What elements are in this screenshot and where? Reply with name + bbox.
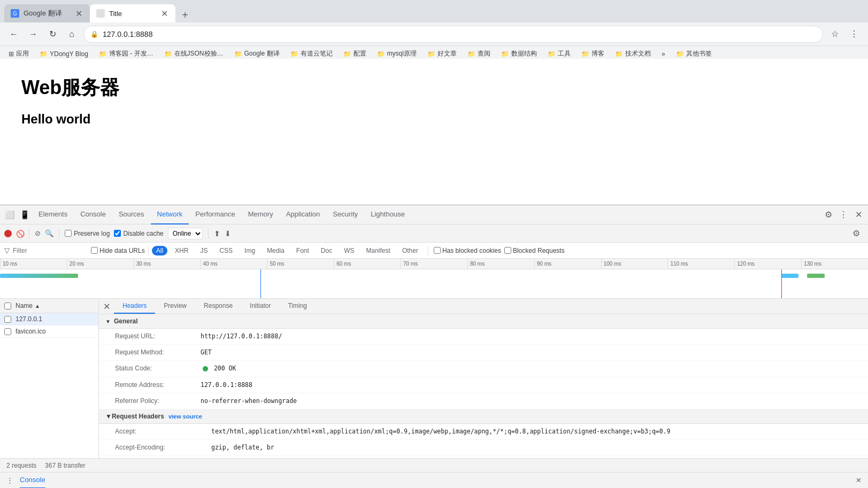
devtools-more-icon[interactable]: ⋮ bbox=[836, 207, 851, 222]
bookmark-ds[interactable]: 📁数据结构 bbox=[499, 48, 539, 59]
upload-icon[interactable]: ⬆ bbox=[214, 229, 220, 238]
filter-tag-css[interactable]: CSS bbox=[215, 246, 237, 255]
bookmark-apps[interactable]: ⊞应用 bbox=[6, 48, 31, 59]
tab-elements[interactable]: Elements bbox=[32, 205, 74, 224]
folder-icon-5: 📁 bbox=[290, 50, 298, 58]
address-bar[interactable]: 🔒 127.0.0.1:8888 bbox=[83, 26, 823, 43]
remote-address-row: Remote Address: 127.0.0.1:8888 bbox=[99, 377, 868, 393]
blocked-cookies-checkbox[interactable] bbox=[434, 247, 441, 254]
preserve-log-checkbox-label[interactable]: Preserve log bbox=[65, 230, 110, 237]
disable-cache-checkbox[interactable] bbox=[114, 230, 121, 237]
tab-console[interactable]: Console bbox=[74, 205, 112, 224]
file-item-127[interactable]: 127.0.0.1 bbox=[0, 313, 98, 326]
detail-tab-preview[interactable]: Preview bbox=[155, 299, 195, 314]
detail-tab-response[interactable]: Response bbox=[195, 299, 241, 314]
back-button[interactable]: ← bbox=[6, 27, 21, 42]
file-list-select-all[interactable] bbox=[4, 303, 11, 309]
hide-data-urls-checkbox-label[interactable]: Hide data URLs bbox=[91, 247, 145, 254]
file-name-127: 127.0.0.1 bbox=[16, 315, 42, 323]
tab-performance[interactable]: Performance bbox=[189, 205, 241, 224]
tab-network[interactable]: Network bbox=[151, 205, 189, 224]
clear-button[interactable]: 🚫 bbox=[16, 230, 24, 237]
filter-input[interactable] bbox=[13, 247, 88, 254]
general-section-header[interactable]: ▼ General bbox=[99, 314, 868, 329]
filter-tag-other[interactable]: Other bbox=[398, 246, 423, 255]
bookmark-more[interactable]: » bbox=[659, 49, 667, 59]
bookmark-reference[interactable]: 📁查阅 bbox=[465, 48, 493, 59]
tab-lighthouse[interactable]: Lighthouse bbox=[364, 205, 411, 224]
tab-sources[interactable]: Sources bbox=[112, 205, 151, 224]
file-checkbox-favicon[interactable] bbox=[4, 328, 11, 335]
folder-icon: 📁 bbox=[40, 50, 48, 58]
detail-tab-headers[interactable]: Headers bbox=[114, 299, 155, 314]
request-headers-section-header[interactable]: ▼ Request Headers view source bbox=[99, 409, 868, 424]
download-icon[interactable]: ⬇ bbox=[225, 229, 231, 238]
bookmark-blog[interactable]: 📁博客园 - 开发… bbox=[97, 48, 156, 59]
detail-tab-timing[interactable]: Timing bbox=[279, 299, 316, 314]
bookmark-blogsz[interactable]: 📁博客 bbox=[579, 48, 606, 59]
settings-network-icon[interactable]: ⚙ bbox=[849, 226, 864, 241]
tab-security[interactable]: Security bbox=[326, 205, 364, 224]
console-bar-tab[interactable]: Console bbox=[20, 472, 45, 489]
filter-tag-js[interactable]: JS bbox=[196, 246, 212, 255]
tab-application[interactable]: Application bbox=[280, 205, 327, 224]
detail-close-button[interactable]: ✕ bbox=[99, 299, 114, 314]
new-tab-button[interactable]: + bbox=[178, 7, 193, 22]
bookmark-other-books[interactable]: 📁其他书签 bbox=[674, 48, 714, 59]
filter-tag-font[interactable]: Font bbox=[292, 246, 313, 255]
reload-button[interactable]: ↻ bbox=[45, 27, 60, 42]
accept-encoding-header-row: Accept-Encoding: gzip, deflate, br bbox=[99, 440, 868, 456]
view-source-link[interactable]: view source bbox=[168, 413, 202, 420]
console-expand-icon[interactable]: ⋮ bbox=[6, 476, 13, 484]
tab-memory[interactable]: Memory bbox=[242, 205, 280, 224]
search-icon[interactable]: 🔍 bbox=[45, 229, 53, 237]
filter-tag-ws[interactable]: WS bbox=[340, 246, 358, 255]
blocked-requests-checkbox-label[interactable]: Blocked Requests bbox=[504, 247, 565, 254]
devtools-panel: ⬜ 📱 Elements Console Sources Network Per… bbox=[0, 205, 868, 488]
console-close-icon[interactable]: ✕ bbox=[856, 476, 862, 484]
bookmark-articles[interactable]: 📁好文章 bbox=[425, 48, 459, 59]
tab-title[interactable]: Title ✕ bbox=[90, 4, 175, 22]
bookmark-techref[interactable]: 📁技术文档 bbox=[613, 48, 653, 59]
file-item-favicon[interactable]: favicon.ico bbox=[0, 326, 98, 338]
file-checkbox-127[interactable] bbox=[4, 316, 11, 323]
devtools-settings-icon[interactable]: ⚙ bbox=[821, 207, 836, 222]
disable-cache-checkbox-label[interactable]: Disable cache bbox=[114, 230, 163, 237]
throttle-select[interactable]: Online bbox=[168, 228, 203, 239]
filter-tag-xhr[interactable]: XHR bbox=[171, 246, 193, 255]
blocked-cookies-checkbox-label[interactable]: Has blocked cookies bbox=[434, 247, 501, 254]
bookmark-youdao[interactable]: 📁有道云笔记 bbox=[288, 48, 335, 59]
file-name-favicon: favicon.ico bbox=[16, 328, 46, 335]
detail-tab-initiator[interactable]: Initiator bbox=[241, 299, 279, 314]
bookmark-json[interactable]: 📁在线JSON校验… bbox=[162, 48, 226, 59]
request-headers-label: Request Headers bbox=[112, 413, 164, 420]
hide-data-urls-checkbox[interactable] bbox=[91, 247, 98, 254]
filter-tag-img[interactable]: Img bbox=[240, 246, 259, 255]
bookmark-config[interactable]: 📁配置 bbox=[341, 48, 368, 59]
remote-address-key: Remote Address: bbox=[115, 380, 201, 390]
tab-google-translate[interactable]: G Google 翻译 ✕ bbox=[4, 4, 90, 22]
bookmark-google-translate[interactable]: 📁Google 翻译 bbox=[232, 48, 282, 59]
more-button[interactable]: ⋮ bbox=[847, 27, 862, 42]
star-button[interactable]: ☆ bbox=[827, 27, 842, 42]
filter-icon[interactable]: ⊘ bbox=[35, 229, 41, 237]
record-button[interactable] bbox=[4, 230, 12, 237]
forward-button[interactable]: → bbox=[26, 27, 41, 42]
inspect-icon[interactable]: ⬜ bbox=[2, 207, 17, 222]
disable-cache-label: Disable cache bbox=[123, 230, 163, 237]
bookmark-tools[interactable]: 📁工具 bbox=[546, 48, 573, 59]
bookmark-mysql[interactable]: 📁mysql原理 bbox=[375, 48, 419, 59]
filter-tag-all[interactable]: All bbox=[152, 246, 167, 255]
blocked-requests-label: Blocked Requests bbox=[513, 247, 565, 254]
preserve-log-checkbox[interactable] bbox=[65, 230, 72, 237]
filter-tag-manifest[interactable]: Manifest bbox=[362, 246, 395, 255]
blocked-requests-checkbox[interactable] bbox=[504, 247, 511, 254]
filter-tag-doc[interactable]: Doc bbox=[317, 246, 336, 255]
close-tab-google[interactable]: ✕ bbox=[74, 9, 83, 18]
bookmark-ydong[interactable]: 📁YDongY Blog bbox=[37, 49, 90, 59]
device-icon[interactable]: 📱 bbox=[17, 207, 32, 222]
filter-tag-media[interactable]: Media bbox=[263, 246, 289, 255]
devtools-close-icon[interactable]: ✕ bbox=[851, 207, 866, 222]
close-tab-title[interactable]: ✕ bbox=[159, 9, 169, 18]
home-button[interactable]: ⌂ bbox=[64, 27, 79, 42]
